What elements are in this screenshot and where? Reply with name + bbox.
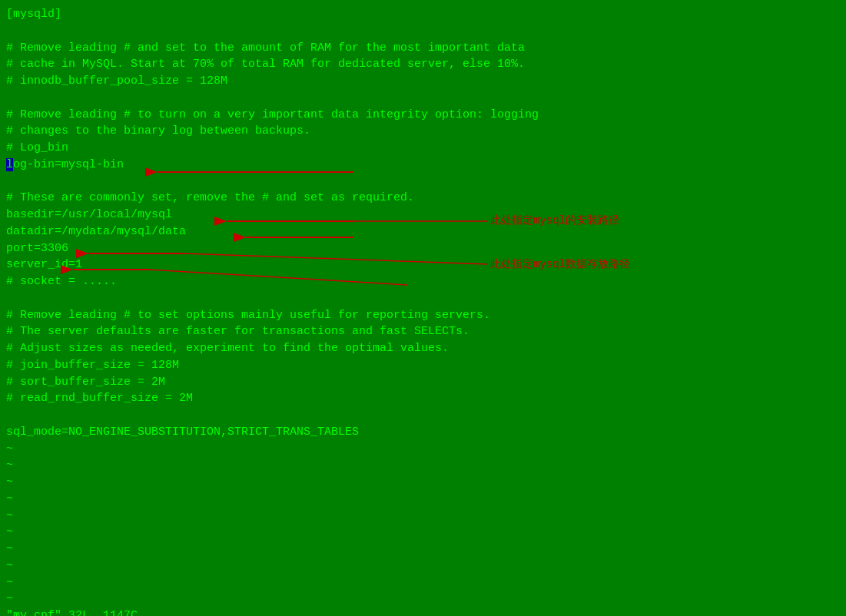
tilde7: ~ <box>6 541 840 558</box>
line-comment5: # changes to the binary log between back… <box>6 123 840 140</box>
code-content: [mysqld] # Remove leading # and set to t… <box>6 6 840 616</box>
tilde3: ~ <box>6 474 840 491</box>
line-comment3: # innodb_buffer_pool_size = 128M <box>6 73 840 90</box>
line-logbin: log-bin=mysql-bin <box>6 157 840 174</box>
line-mysqld: [mysqld] <box>6 6 840 23</box>
tilde10: ~ <box>6 591 840 608</box>
tilde2: ~ <box>6 457 840 474</box>
tilde8: ~ <box>6 558 840 575</box>
line-basedir: basedir=/usr/local/mysql <box>6 207 840 224</box>
line-comment1: # Remove leading # and set to the amount… <box>6 40 840 57</box>
tilde9: ~ <box>6 575 840 591</box>
line-comment10: # Adjust sizes as needed, experiment to … <box>6 340 840 357</box>
line-serverid: server_id=1 <box>6 257 840 273</box>
terminal-window: [mysqld] # Remove leading # and set to t… <box>0 0 846 616</box>
line-comment7: # These are commonly set, remove the # a… <box>6 190 840 207</box>
line-port: port=3306 <box>6 240 840 257</box>
line-comment11: # join_buffer_size = 128M <box>6 357 840 374</box>
line-blank1 <box>6 23 840 40</box>
line-comment6: # Log_bin <box>6 140 840 157</box>
tilde4: ~ <box>6 491 840 508</box>
line-blank4 <box>6 290 840 307</box>
status-line: "my.cnf" 32L, 1147C <box>6 608 840 616</box>
line-datadir: datadir=/mydata/mysql/data <box>6 224 840 240</box>
tilde6: ~ <box>6 524 840 541</box>
line-sqlmode: sql_mode=NO_ENGINE_SUBSTITUTION,STRICT_T… <box>6 424 840 441</box>
line-comment12: # sort_buffer_size = 2M <box>6 374 840 391</box>
line-socket: # socket = ..... <box>6 273 840 290</box>
line-comment9: # The server defaults are faster for tra… <box>6 323 840 340</box>
line-blank3 <box>6 174 840 190</box>
line-blank5 <box>6 407 840 424</box>
logbin-rest: og-bin=mysql-bin <box>13 158 124 171</box>
line-comment4: # Remove leading # to turn on a very imp… <box>6 107 840 124</box>
highlight-l: l <box>6 158 13 171</box>
line-comment13: # read_rnd_buffer_size = 2M <box>6 390 840 407</box>
line-comment8: # Remove leading # to set options mainly… <box>6 307 840 324</box>
tilde1: ~ <box>6 441 840 458</box>
tilde5: ~ <box>6 508 840 525</box>
line-blank2 <box>6 90 840 107</box>
line-comment2: # cache in MySQL. Start at 70% of total … <box>6 56 840 73</box>
